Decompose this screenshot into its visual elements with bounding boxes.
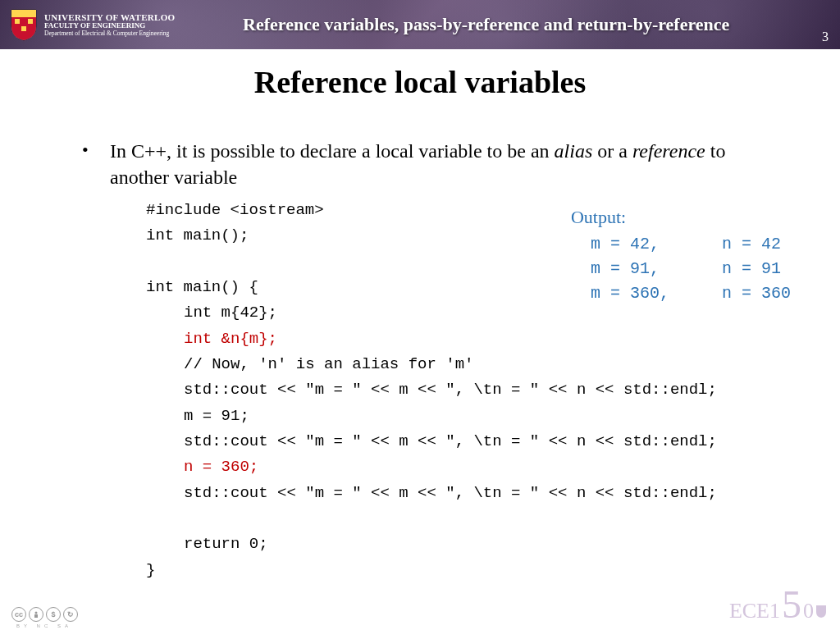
header-topic: Reference variables, pass-by-reference a… <box>175 14 830 35</box>
bullet-marker: • <box>82 138 110 191</box>
cc-icon: cc <box>11 607 26 622</box>
department-name: Department of Electrical & Computer Engi… <box>44 30 175 37</box>
cc-license: cc $ ↻ <box>11 607 78 622</box>
bullet-text: In C++, it is possible to declare a loca… <box>110 138 758 191</box>
slide-header: UNIVERSITY OF WATERLOO FACULTY OF ENGINE… <box>0 0 840 49</box>
code-line: // Now, 'n' is an alias for 'm' <box>146 352 758 377</box>
slide-content: • In C++, it is possible to declare a lo… <box>0 100 840 583</box>
output-cell: n = 91 <box>722 257 781 281</box>
code-line-highlight: int &n{m}; <box>146 326 758 352</box>
output-label: Output: <box>571 203 791 231</box>
code-line-highlight: n = 360; <box>146 454 758 480</box>
bullet-em: reference <box>632 140 705 162</box>
output-row: m = 360, n = 360 <box>571 281 791 306</box>
code-line: std::cout << "m = " << m << ", \tn = " <… <box>146 377 758 403</box>
course-prefix: ECE1 <box>729 599 780 623</box>
output-cell: m = 91, <box>591 257 722 281</box>
svg-rect-1 <box>15 19 20 24</box>
code-line: m = 91; <box>146 404 758 429</box>
nc-icon: $ <box>46 607 61 622</box>
course-code: ECE150 <box>729 589 827 623</box>
svg-rect-3 <box>21 26 26 31</box>
svg-rect-0 <box>11 10 36 17</box>
shield-icon <box>815 605 827 618</box>
code-line: return 0; <box>146 532 758 557</box>
sa-icon: ↻ <box>63 607 78 622</box>
code-line: std::cout << "m = " << m << ", \tn = " <… <box>146 481 758 506</box>
by-icon <box>29 607 43 622</box>
course-big-digit: 5 <box>782 589 801 620</box>
bullet-em: alias <box>555 140 593 162</box>
output-row: m = 42, n = 42 <box>571 232 791 257</box>
code-line: std::cout << "m = " << m << ", \tn = " <… <box>146 429 758 454</box>
university-logo: UNIVERSITY OF WATERLOO FACULTY OF ENGINE… <box>10 8 175 41</box>
output-cell: n = 42 <box>722 232 781 257</box>
output-cell: m = 360, <box>591 281 722 306</box>
bullet-seg: In C++, it is possible to declare a loca… <box>110 140 555 162</box>
code-line: } <box>146 558 758 583</box>
svg-rect-2 <box>28 19 33 24</box>
output-block: Output: m = 42, n = 42 m = 91, n = 91 m … <box>571 203 791 306</box>
output-cell: n = 360 <box>722 281 791 306</box>
svg-point-4 <box>35 612 38 614</box>
slide-number: 3 <box>822 30 829 44</box>
cc-labels: BY NC SA <box>16 623 72 628</box>
shield-icon <box>10 8 38 41</box>
course-suffix: 0 <box>803 599 814 623</box>
bullet-point: • In C++, it is possible to declare a lo… <box>82 138 758 191</box>
code-line <box>146 506 758 532</box>
output-row: m = 91, n = 91 <box>571 257 791 281</box>
bullet-seg: or a <box>592 140 632 162</box>
slide-title: Reference local variables <box>0 64 840 100</box>
output-cell: m = 42, <box>591 232 722 257</box>
